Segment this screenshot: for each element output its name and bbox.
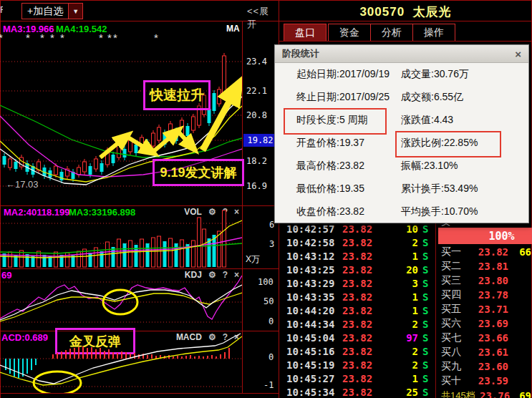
dialog-body: 起始日期:2017/09/19成交量:30.76万终止日期:2017/09/25… xyxy=(275,63,528,223)
stat-field: 成交额:6.55亿 xyxy=(401,91,463,104)
price-tick: 22.1 xyxy=(246,86,267,96)
kdj-tick: 100 xyxy=(258,277,274,287)
trade-time: 10:44:20 xyxy=(286,305,337,316)
bid-row: 买九23.60 xyxy=(438,359,532,374)
bid-level-label: 买三 xyxy=(441,274,468,287)
stage-statistics-dialog: 阶段统计 × 起始日期:2017/09/19成交量:30.76万终止日期:201… xyxy=(274,44,529,223)
trade-side-flag: S xyxy=(422,251,432,262)
trade-side-flag: S xyxy=(422,319,432,330)
trade-row: 10:42:5823.822S xyxy=(279,236,435,249)
trade-volume: 25 xyxy=(379,387,418,398)
bid-price: 23.60 xyxy=(468,361,508,372)
bid-row: 买二23.81 xyxy=(438,259,532,273)
dialog-stat-row: 最高价格:23.82振幅:23.10% xyxy=(275,155,528,178)
macd-chart[interactable] xyxy=(0,331,242,393)
dialog-stat-row: 起始日期:2017/09/19成交量:30.76万 xyxy=(275,63,528,86)
dialog-titlebar[interactable]: 阶段统计 × xyxy=(275,45,528,63)
trade-side-flag: S xyxy=(422,387,432,398)
bid-level-label: 买四 xyxy=(441,288,468,301)
trade-row: 10:43:2923.823S xyxy=(279,276,435,290)
bid-row: 买五23.71 xyxy=(438,302,532,316)
trade-price: 23.82 xyxy=(342,237,379,248)
trade-time: 10:42:57 xyxy=(286,223,337,235)
kdj-tick: 50 xyxy=(263,296,274,306)
trade-row: 10:45:2723.821S xyxy=(279,372,435,385)
stat-field: 涨跌值:4.43 xyxy=(401,114,453,127)
dialog-stat-row: 收盘价格:23.82平均换手:10.70% xyxy=(275,200,528,223)
tab-trade[interactable]: 操作 xyxy=(412,24,455,42)
bid-price: 23.61 xyxy=(468,346,508,358)
avg-price: 23.76 xyxy=(480,390,510,398)
trade-price: 23.82 xyxy=(342,387,379,398)
trade-price: 23.82 xyxy=(342,291,379,303)
bid-price: 23.82 xyxy=(468,246,508,258)
trade-time: 10:43:35 xyxy=(286,291,337,303)
bid-level-label: 买六 xyxy=(441,317,468,330)
trade-volume: 20 xyxy=(379,264,418,276)
kdj-chart[interactable] xyxy=(0,268,242,331)
trade-volume: 1 xyxy=(379,251,418,262)
bid-row: 买十23.59 xyxy=(438,374,532,388)
trade-side-flag: S xyxy=(422,278,432,289)
stat-field: 起始日期:2017/09/19 xyxy=(296,68,401,81)
trading-app-window: F +加自选 ▼ <<展开 MA3:19.966 MA4:19.542 MA *… xyxy=(0,0,532,398)
bid-level-label: 买八 xyxy=(441,346,468,359)
trade-volume: 1 xyxy=(379,373,418,384)
trade-side-flag: S xyxy=(422,346,432,357)
vol-tick: 3 xyxy=(269,239,274,249)
order-book-footer: 共145档 23.76 69 xyxy=(438,389,532,398)
trade-row: 10:44:3423.822S xyxy=(279,317,435,331)
trade-side-flag: S xyxy=(422,359,432,371)
tick-trade-list[interactable]: 10:42:5723.8210S10:42:5823.822S10:43:122… xyxy=(279,222,435,398)
add-watchlist-button[interactable]: +加自选 ▼ xyxy=(21,3,83,19)
bid-level-label: 买九 xyxy=(441,360,468,373)
bid-price: 23.66 xyxy=(468,332,508,344)
tab-order-book[interactable]: 盘口 xyxy=(284,24,327,42)
trade-price: 23.82 xyxy=(342,373,379,384)
trade-side-flag: S xyxy=(422,373,432,384)
trade-volume: 2 xyxy=(379,346,418,357)
trade-row: 10:44:2023.821S xyxy=(279,304,435,317)
trade-time: 10:42:58 xyxy=(286,237,337,248)
kdj-tick: 0 xyxy=(269,316,274,326)
trade-price: 23.82 xyxy=(342,359,379,371)
list-divider xyxy=(435,222,436,398)
dialog-close-icon[interactable]: × xyxy=(515,48,521,60)
trade-volume: 3 xyxy=(379,278,418,289)
tab-analysis[interactable]: 分析 xyxy=(370,24,413,42)
price-tick: 16.9 xyxy=(246,181,267,191)
trade-price: 23.82 xyxy=(342,332,379,344)
stat-field: 时段长度:5 周期 xyxy=(296,114,401,127)
stat-field: 收盘价格:23.82 xyxy=(296,205,401,218)
tabbar-divider xyxy=(279,41,532,42)
stat-field: 累计换手:53.49% xyxy=(401,183,478,195)
trade-time: 10:45:34 xyxy=(286,387,337,398)
trade-volume: 10 xyxy=(379,223,418,235)
bid-row: 买四23.78 xyxy=(438,288,532,302)
bid-level-label: 买七 xyxy=(441,331,468,344)
trade-volume: 1 xyxy=(379,305,418,316)
low-price-label: ←17.03 xyxy=(6,179,39,190)
price-tick: 23.4 xyxy=(246,57,267,67)
trade-side-flag: S xyxy=(422,237,432,248)
trade-side-flag: S xyxy=(422,264,432,276)
trade-time: 10:45:27 xyxy=(286,373,337,384)
add-watchlist-dropdown[interactable]: ▼ xyxy=(68,4,82,19)
chart-panel: MA3:19.966 MA4:19.542 MA ********* 23.4 … xyxy=(0,21,279,398)
current-price-badge: 19.82 xyxy=(243,134,277,147)
trade-row: 10:43:1223.821S xyxy=(279,249,435,263)
trade-row: 10:43:2523.8220S xyxy=(279,263,435,276)
trade-row: 10:45:1623.822S xyxy=(279,344,435,358)
trade-time: 10:43:12 xyxy=(286,251,337,262)
bid-level-label: 买十 xyxy=(441,374,468,387)
trade-side-flag: S xyxy=(422,305,432,316)
trade-volume: 1 xyxy=(379,291,418,303)
bid-price: 23.71 xyxy=(468,304,508,315)
tab-funds[interactable]: 资金 xyxy=(328,24,371,42)
bid-volume: 66 xyxy=(508,246,531,258)
bid-row: 买一23.8266 xyxy=(438,245,532,259)
volume-chart[interactable] xyxy=(0,206,242,268)
stat-field: 最高价格:23.82 xyxy=(296,160,401,173)
trade-side-flag: S xyxy=(422,223,432,235)
bid-price: 23.80 xyxy=(468,275,508,286)
